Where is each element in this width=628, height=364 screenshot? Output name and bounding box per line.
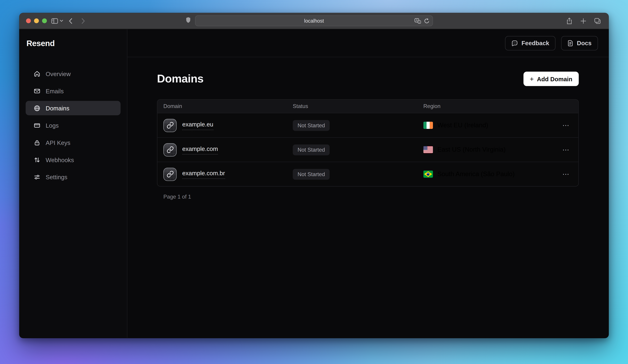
sidebar-item-logs[interactable]: Logs xyxy=(26,118,120,132)
toolbar-left xyxy=(51,13,85,29)
svg-text:x: x xyxy=(419,21,420,23)
feedback-button-label: Feedback xyxy=(522,40,549,46)
add-domain-button[interactable]: + Add Domain xyxy=(523,72,579,86)
sliders-icon xyxy=(34,174,40,180)
address-bar-url[interactable]: localhost xyxy=(304,18,324,23)
address-bar-icons: A x xyxy=(414,16,429,26)
status-cell: Not Started xyxy=(293,144,423,155)
sidebar-toggle-icon[interactable] xyxy=(51,18,58,24)
sidebar-item-label: Webhooks xyxy=(46,156,74,163)
home-icon xyxy=(34,70,40,77)
sidebar-nav: Overview Emails xyxy=(19,66,127,184)
region-label: East US (North Virginia) xyxy=(437,146,506,153)
ireland-flag-icon xyxy=(423,121,433,129)
domain-link[interactable]: example.eu xyxy=(182,121,213,130)
sidebar-item-domains[interactable]: Domains xyxy=(26,101,120,116)
status-badge: Not Started xyxy=(293,169,330,180)
row-menu-cell: ⋯ xyxy=(556,171,578,178)
new-tab-icon[interactable] xyxy=(580,18,586,24)
sidebar-item-api-keys[interactable]: API Keys xyxy=(26,135,120,150)
address-bar[interactable]: localhost A x xyxy=(195,15,433,26)
column-header-status: Status xyxy=(293,103,423,109)
usa-flag-icon xyxy=(423,146,433,153)
status-cell: Not Started xyxy=(293,120,423,131)
screen: localhost A x xyxy=(0,0,628,364)
column-header-domain: Domain xyxy=(157,103,293,109)
status-badge: Not Started xyxy=(293,144,330,155)
feedback-button[interactable]: Feedback xyxy=(505,36,556,50)
table-row[interactable]: example.eu Not Started xyxy=(157,113,578,137)
globe-icon xyxy=(34,105,40,112)
sidebar-item-label: API Keys xyxy=(46,139,70,146)
browser-titlebar: localhost A x xyxy=(19,13,609,29)
minimize-button[interactable] xyxy=(34,18,39,23)
tab-overview-icon[interactable] xyxy=(594,18,601,24)
sidebar-item-label: Logs xyxy=(46,122,59,128)
row-menu-button[interactable]: ⋯ xyxy=(562,171,569,178)
region-label: West EU (Ireland) xyxy=(437,121,488,129)
brazil-flag-icon xyxy=(423,171,433,178)
back-button-icon[interactable] xyxy=(69,18,73,24)
translate-icon[interactable]: A x xyxy=(414,18,421,23)
region-cell: South America (São Paulo) xyxy=(423,171,556,178)
row-menu-cell: ⋯ xyxy=(556,146,578,153)
sidebar-item-settings[interactable]: Settings xyxy=(26,170,120,184)
pagination-label: Page 1 of 1 xyxy=(163,194,579,200)
link-icon xyxy=(163,119,177,132)
region-cell: East US (North Virginia) xyxy=(423,146,556,153)
arrows-up-down-icon xyxy=(34,156,40,163)
title-row: Domains + Add Domain xyxy=(157,72,579,86)
window-controls xyxy=(26,13,47,29)
sidebar-item-emails[interactable]: Emails xyxy=(26,84,120,98)
status-badge: Not Started xyxy=(293,120,330,131)
mail-icon xyxy=(34,87,40,94)
table-row[interactable]: example.com.br Not Started xyxy=(157,162,578,186)
column-header-region: Region xyxy=(423,103,556,109)
sidebar-item-label: Domains xyxy=(46,105,69,112)
toolbar-right xyxy=(566,13,601,29)
region-label: South America (São Paulo) xyxy=(437,171,515,178)
table-header: Domain Status Region xyxy=(157,100,578,113)
privacy-shield-icon[interactable] xyxy=(186,17,191,25)
domain-link[interactable]: example.com.br xyxy=(182,170,225,179)
forward-button-icon[interactable] xyxy=(81,18,85,24)
row-menu-cell: ⋯ xyxy=(556,122,578,128)
app-root: Resend Overview xyxy=(19,29,609,338)
sidebar-item-label: Emails xyxy=(46,87,64,94)
close-button[interactable] xyxy=(26,18,31,23)
row-menu-button[interactable]: ⋯ xyxy=(562,122,569,128)
status-cell: Not Started xyxy=(293,169,423,180)
table-row[interactable]: example.com Not Started xyxy=(157,137,578,162)
resend-logo: Resend xyxy=(26,39,127,48)
zoom-button[interactable] xyxy=(42,18,47,23)
svg-text:A: A xyxy=(416,18,418,22)
chevron-down-icon[interactable] xyxy=(60,20,63,22)
logs-icon xyxy=(34,122,40,128)
region-cell: West EU (Ireland) xyxy=(423,121,556,129)
sidebar: Resend Overview xyxy=(19,29,127,338)
domains-table: Domain Status Region xyxy=(157,99,579,186)
sidebar-item-overview[interactable]: Overview xyxy=(26,66,120,81)
sidebar-item-webhooks[interactable]: Webhooks xyxy=(26,153,120,167)
docs-button[interactable]: Docs xyxy=(561,36,598,50)
share-icon[interactable] xyxy=(566,17,572,24)
plus-icon: + xyxy=(530,75,534,82)
page-title: Domains xyxy=(157,72,204,85)
browser-window: localhost A x xyxy=(19,13,609,338)
lock-icon xyxy=(34,139,40,146)
domain-cell: example.com xyxy=(157,143,293,156)
reload-icon[interactable] xyxy=(424,18,429,23)
top-toolbar: Feedback Docs xyxy=(127,29,609,57)
docs-button-label: Docs xyxy=(577,40,592,46)
document-icon xyxy=(568,40,573,46)
domain-cell: example.eu xyxy=(157,119,293,132)
page-content: Domains + Add Domain Domain Status Regio… xyxy=(127,57,609,200)
domain-cell: example.com.br xyxy=(157,168,293,181)
main-area: Feedback Docs xyxy=(127,29,609,338)
link-icon xyxy=(163,168,177,181)
feedback-icon xyxy=(511,40,518,46)
sidebar-item-label: Settings xyxy=(46,174,67,180)
domain-link[interactable]: example.com xyxy=(182,145,218,154)
row-menu-button[interactable]: ⋯ xyxy=(562,146,569,153)
sidebar-item-label: Overview xyxy=(46,70,71,77)
